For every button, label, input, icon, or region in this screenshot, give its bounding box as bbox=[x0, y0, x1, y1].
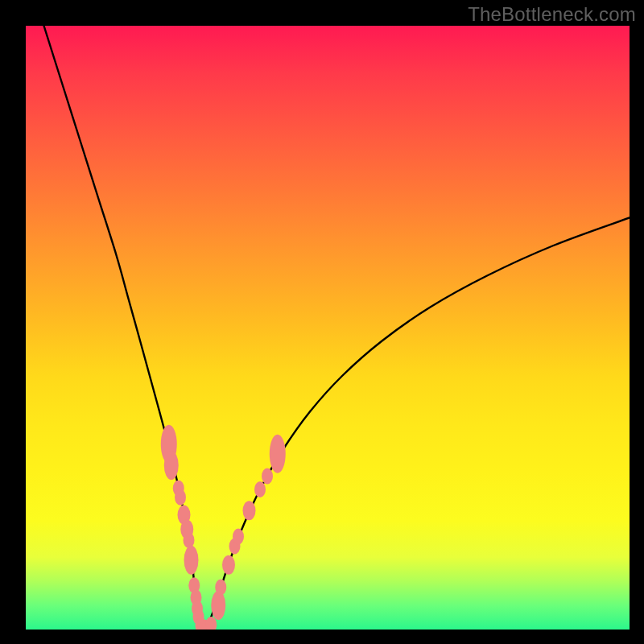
plot-area bbox=[26, 26, 630, 630]
data-marker bbox=[270, 435, 286, 473]
data-marker bbox=[184, 532, 195, 548]
data-marker bbox=[184, 546, 199, 575]
chart-svg bbox=[26, 26, 630, 630]
data-marker bbox=[233, 529, 244, 545]
data-marker bbox=[222, 555, 235, 575]
data-marker bbox=[215, 580, 226, 596]
markers-group bbox=[161, 425, 286, 630]
watermark-text: TheBottleneck.com bbox=[468, 3, 636, 26]
data-marker bbox=[205, 617, 217, 630]
data-marker bbox=[175, 489, 186, 506]
left-branch-curve bbox=[44, 26, 204, 630]
data-marker bbox=[254, 481, 266, 497]
data-marker bbox=[243, 501, 256, 520]
right-branch-curve bbox=[204, 218, 630, 630]
data-marker bbox=[164, 451, 179, 480]
chart-frame: TheBottleneck.com bbox=[0, 0, 644, 644]
data-marker bbox=[211, 591, 225, 620]
data-marker bbox=[262, 469, 273, 485]
